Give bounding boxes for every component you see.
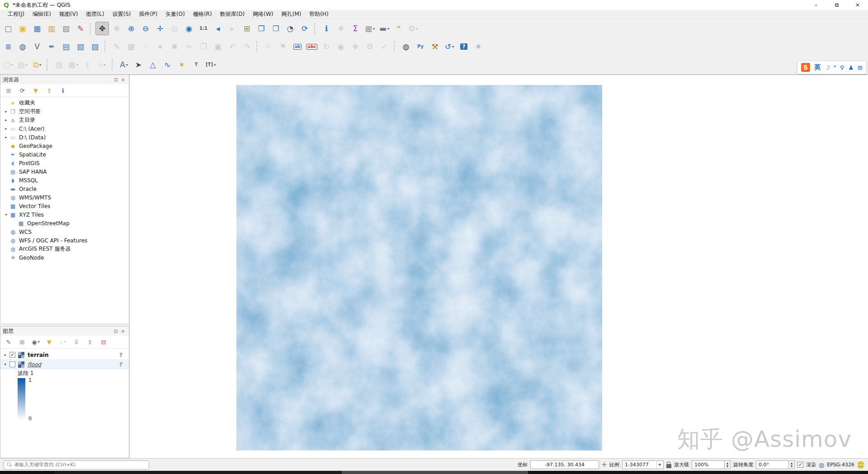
browser-item-drive-d[interactable]: ▸▭D:\ (Data) (0, 133, 129, 142)
menu-project[interactable]: 工程(J) (4, 9, 28, 19)
remove-layer-button[interactable]: ⊟ (99, 337, 108, 346)
crs-globe-icon[interactable]: ◍ (819, 462, 824, 468)
scale-combo[interactable]: 1:343077 ▼ (622, 460, 664, 469)
collapse-all-button[interactable]: ⇧ (45, 86, 54, 95)
person-icon[interactable]: ♟ (848, 64, 854, 71)
zoom-last-button[interactable]: ◂ (211, 22, 225, 35)
new-polygon-annotation-button[interactable]: △ (146, 58, 160, 71)
show-spatial-bookmarks-button[interactable]: ❒ (269, 22, 283, 35)
pan-map-button[interactable]: ✥ (95, 22, 109, 35)
browser-item-spatialite[interactable]: ✒SpatiaLite (0, 150, 129, 159)
dropdown-arrow-icon[interactable]: ▾ (64, 340, 66, 344)
refresh-map-button[interactable]: ⟳ (298, 22, 311, 35)
add-group-button[interactable]: ⊞ (18, 337, 27, 346)
rotation-spinbox[interactable]: 0.0° ▲▼ (756, 460, 795, 469)
new-map-view-button[interactable]: ⊞ (240, 22, 254, 35)
style-manager-button[interactable]: ✎ (74, 22, 87, 35)
menu-plugins[interactable]: 插件(P) (135, 9, 161, 19)
browser-item-home[interactable]: ▸⌂主目录 (0, 116, 129, 124)
refresh-browser-button[interactable]: ⟳ (18, 86, 27, 95)
move-label-button[interactable]: ab (291, 40, 304, 53)
browser-item-favorites[interactable]: ★收藏夹 (0, 99, 129, 107)
unknown-crs-indicator[interactable]: ? (119, 361, 123, 368)
expand-arrow-icon[interactable]: ▾ (2, 362, 8, 366)
menu-layer[interactable]: 图层(L) (82, 9, 108, 19)
layer-labeling-options-button[interactable]: A▾ (117, 58, 131, 71)
show-properties-widget-button[interactable]: ℹ (58, 86, 67, 95)
new-spatial-bookmark-button[interactable]: ❒ (255, 22, 268, 35)
layer-visibility-checkbox[interactable] (9, 361, 15, 367)
menu-view[interactable]: 视图(V) (55, 9, 82, 19)
browser-item-drive-c[interactable]: ▸▭C:\ (Acer) (0, 124, 129, 133)
layer-item-flood[interactable]: ▾flood? (0, 360, 129, 369)
browser-item-mssql[interactable]: ◗MSSQL (0, 176, 129, 185)
show-layout-manager-button[interactable]: ▧ (59, 22, 73, 35)
dropdown-arrow-icon[interactable]: ▾ (38, 340, 40, 344)
crs-status[interactable]: EPSG:4326 (827, 462, 854, 468)
chevron-down-icon[interactable]: ▼ (656, 461, 661, 469)
browser-item-vector-tiles[interactable]: ▦Vector Tiles (0, 202, 129, 210)
coordinate-input[interactable]: -97.135, 30.434 (530, 460, 599, 469)
new-marker-annotation-button[interactable]: ✶ (175, 58, 189, 71)
layer-visibility-checkbox[interactable]: ✓ (9, 352, 15, 358)
mic-icon[interactable]: ⚲ (840, 64, 844, 71)
messages-icon[interactable]: ••• (857, 461, 864, 469)
browser-item-xyz-tiles[interactable]: ▾▦XYZ Tiles (0, 210, 129, 219)
menu-web[interactable]: 网络(W) (249, 9, 277, 19)
spin-arrows-icon[interactable]: ▲▼ (788, 460, 795, 469)
locator-search[interactable] (4, 460, 149, 469)
minimize-button[interactable]: – (806, 0, 826, 10)
new-mesh-layer-button[interactable]: ▧ (74, 40, 87, 53)
close-button[interactable]: × (847, 0, 868, 10)
menu-edit[interactable]: 编辑(E) (28, 9, 55, 19)
expand-arrow-icon[interactable]: ▸ (3, 109, 9, 114)
expand-arrow-icon[interactable]: ▸ (3, 135, 9, 139)
layers-float-button[interactable]: ⊡ (112, 329, 119, 334)
layer-item-terrain[interactable]: ▸✓terrain? (0, 350, 129, 360)
browser-item-spatial-bookmarks[interactable]: ▸❒空间书签 (0, 107, 129, 116)
browser-item-wfs[interactable]: ◍WFS / OGC API - Features (0, 236, 129, 245)
browser-item-wms-wmts[interactable]: ◍WMS/WMTS (0, 193, 129, 202)
menu-raster[interactable]: 栅格(R) (189, 9, 216, 19)
search-input[interactable] (14, 462, 146, 468)
render-checkbox[interactable]: ✓ (797, 462, 803, 468)
collapse-all-layers-button[interactable]: ⇧ (85, 337, 94, 346)
magnifier-spinbox[interactable]: 100% ▲▼ (692, 460, 731, 469)
browser-item-arcgis-rest[interactable]: ◍ArcGIS REST 服务器 (0, 245, 129, 253)
dropdown-arrow-icon[interactable]: ▾ (126, 63, 128, 67)
menu-mesh[interactable]: 网孔(M) (277, 9, 305, 19)
menu-database[interactable]: 数据库(D) (216, 9, 249, 19)
expand-all-button[interactable]: ⇩ (72, 337, 81, 346)
layers-close-button[interactable]: × (119, 329, 127, 334)
zoom-to-layer-button[interactable]: ◉ (182, 22, 196, 35)
new-shapefile-layer-button[interactable]: V (30, 40, 44, 53)
menu-settings[interactable]: 设置(S) (108, 9, 135, 19)
show-statistical-summary-button[interactable]: Σ (349, 22, 362, 35)
zoom-in-button[interactable]: ⊕ (124, 22, 138, 35)
expand-arrow-icon[interactable]: ▸ (3, 127, 9, 131)
unknown-crs-indicator[interactable]: ? (119, 351, 123, 358)
zoom-native-resolution-button[interactable]: 1:1 (197, 22, 210, 35)
dropdown-arrow-icon[interactable]: ▾ (104, 63, 106, 67)
expand-arrow-icon[interactable]: ▾ (3, 213, 9, 217)
menu-help[interactable]: 帮助(H) (305, 9, 332, 19)
lock-scale-icon[interactable] (666, 464, 671, 468)
map-canvas[interactable]: 知乎 @Assimov (129, 75, 868, 458)
browser-float-button[interactable]: ⊡ (112, 77, 119, 82)
add-selected-layers-button[interactable]: ⊞ (4, 86, 13, 95)
new-temporary-scratch-layer-button[interactable]: ▨ (88, 40, 102, 53)
browser-close-button[interactable]: × (119, 77, 127, 82)
browser-item-wcs[interactable]: ◍WCS (0, 228, 129, 236)
new-virtual-layer-button[interactable]: ▤ (59, 40, 73, 53)
new-spatialite-layer-button[interactable]: ✒ (45, 40, 58, 53)
zoom-full-button[interactable]: ✛ (153, 22, 167, 35)
browser-item-oracle[interactable]: ▬Oracle (0, 185, 129, 193)
processing-history-button[interactable]: ↺▾ (443, 40, 456, 53)
balloon-text-annotation-button[interactable]: [T]▾ (204, 58, 217, 71)
new-geopackage-layer-button[interactable]: ◍ (16, 40, 29, 53)
magnifier-value[interactable]: 100% (692, 460, 724, 469)
new-text-annotation-button[interactable]: T (189, 58, 203, 71)
night-mode-icon[interactable]: ☽ (825, 64, 830, 71)
expand-arrow-icon[interactable]: ▸ (3, 118, 9, 122)
save-project-button[interactable]: ▦ (30, 22, 44, 35)
